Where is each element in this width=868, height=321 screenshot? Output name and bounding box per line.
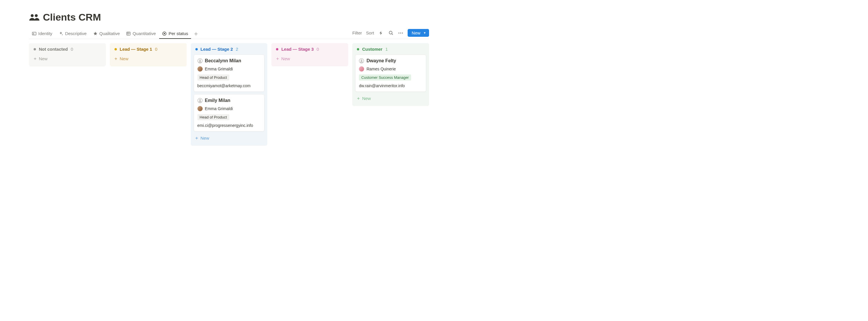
card-email: dw.rain@arvinmeritor.info (359, 84, 423, 88)
plus-icon: + (34, 56, 36, 61)
tab-label: Qualitative (99, 31, 120, 36)
kanban-board: Not contacted 0 +New Lead — Stage 1 0 +N… (29, 43, 429, 146)
card-title: Beccalynn Milan (205, 58, 241, 63)
svg-point-10 (164, 33, 165, 34)
board-card[interactable]: Emily Milan Emma Grimaldi Head of Produc… (194, 94, 265, 131)
add-card-button[interactable]: +New (194, 134, 265, 142)
status-dot-icon (276, 48, 278, 51)
column-count: 2 (236, 46, 238, 52)
id-card-icon (32, 31, 36, 36)
add-card-button[interactable]: +New (355, 94, 426, 102)
column-lead_2: Lead — Stage 2 2 Beccalynn Milan Emma Gr… (191, 43, 268, 146)
more-icon[interactable] (398, 30, 404, 36)
status-dot-icon (195, 48, 198, 51)
tab-qualitative[interactable]: Qualitative (90, 29, 123, 39)
role-chip: Head of Product (197, 74, 229, 81)
view-tabs: Identity Descriptive Qualitative Quantit… (29, 29, 200, 39)
svg-point-15 (398, 32, 399, 33)
column-count: 0 (155, 46, 157, 52)
column-lead_3: Lead — Stage 3 0 +New (271, 43, 348, 66)
svg-point-0 (31, 14, 34, 17)
card-owner: Emma Grimaldi (197, 66, 261, 71)
tab-label: Identity (38, 31, 52, 36)
svg-point-16 (400, 32, 401, 33)
filter-button[interactable]: Filter (352, 30, 362, 35)
column-title: Not contacted (39, 46, 68, 52)
plus-icon: + (276, 56, 279, 61)
column-header: Lead — Stage 2 2 (194, 46, 265, 55)
column-count: 1 (385, 46, 388, 52)
role-chip: Customer Success Manager (359, 74, 411, 81)
card-owner: Emma Grimaldi (197, 106, 261, 111)
svg-line-14 (392, 34, 393, 35)
sparkle-icon (59, 31, 63, 36)
svg-point-5 (62, 34, 63, 35)
person-icon (197, 98, 203, 103)
column-header: Lead — Stage 1 0 (113, 46, 184, 55)
tab-label: Per status (168, 31, 188, 36)
page-title: Clients CRM (43, 11, 101, 23)
card-email: beccmiyamot@arketmay.com (197, 84, 261, 88)
table-icon (126, 31, 131, 36)
svg-rect-2 (32, 32, 36, 35)
add-card-button[interactable]: +New (113, 55, 184, 63)
svg-point-3 (33, 33, 34, 34)
status-dot-icon (357, 48, 359, 51)
avatar (197, 66, 203, 71)
svg-rect-6 (127, 32, 130, 35)
search-icon[interactable] (388, 30, 394, 36)
card-email: emi.ci@progressenergyinc.info (197, 123, 261, 128)
column-not_contacted: Not contacted 0 +New (29, 43, 106, 66)
card-title: Dwayne Felty (367, 58, 396, 63)
star-icon (93, 31, 98, 36)
svg-rect-4 (33, 34, 34, 34)
tab-identity[interactable]: Identity (29, 29, 55, 39)
tab-label: Descriptive (65, 31, 86, 36)
column-lead_1: Lead — Stage 1 0 +New (110, 43, 187, 66)
column-title: Lead — Stage 1 (120, 46, 152, 52)
board-card[interactable]: Beccalynn Milan Emma Grimaldi Head of Pr… (194, 55, 265, 92)
role-chip: Head of Product (197, 114, 229, 120)
svg-point-17 (402, 32, 403, 33)
column-header: Not contacted 0 (32, 46, 103, 55)
add-card-label: New (281, 56, 290, 61)
bolt-icon[interactable] (378, 30, 384, 36)
board-card[interactable]: Dwayne Felty Rames Quinerie Customer Suc… (355, 55, 426, 92)
sort-button[interactable]: Sort (366, 30, 374, 35)
tab-per-status[interactable]: Per status (159, 29, 191, 39)
status-dot-icon (34, 48, 36, 51)
avatar (197, 106, 203, 111)
column-title: Lead — Stage 2 (200, 46, 233, 52)
people-icon (29, 13, 40, 21)
column-customer: Customer 1 Dwayne Felty Rames Quinerie C… (352, 43, 429, 106)
owner-name: Rames Quinerie (367, 67, 396, 71)
tab-quantitative[interactable]: Quantitative (123, 29, 159, 39)
svg-point-1 (35, 14, 38, 17)
card-owner: Rames Quinerie (359, 66, 423, 71)
add-card-button[interactable]: +New (274, 55, 345, 63)
new-button[interactable]: New ▼ (408, 29, 429, 37)
person-icon (197, 58, 203, 63)
svg-point-13 (389, 31, 392, 34)
tab-label: Quantitative (132, 31, 156, 36)
add-card-label: New (200, 136, 209, 140)
add-card-label: New (39, 56, 48, 61)
column-title: Customer (362, 46, 382, 52)
chevron-down-icon: ▼ (423, 31, 426, 34)
column-count: 0 (317, 46, 319, 52)
add-card-label: New (120, 56, 128, 61)
plus-icon: + (357, 96, 360, 101)
add-view-button[interactable] (192, 30, 200, 38)
status-dot-icon (115, 48, 117, 51)
tab-descriptive[interactable]: Descriptive (56, 29, 89, 39)
target-icon (162, 31, 167, 36)
card-title: Emily Milan (205, 98, 230, 103)
add-card-label: New (362, 96, 371, 101)
plus-icon: + (195, 136, 198, 140)
column-title: Lead — Stage 3 (281, 46, 314, 52)
owner-name: Emma Grimaldi (205, 67, 233, 71)
new-button-label: New (412, 30, 421, 35)
add-card-button[interactable]: +New (32, 55, 103, 63)
column-count: 0 (71, 46, 73, 52)
column-header: Lead — Stage 3 0 (274, 46, 345, 55)
